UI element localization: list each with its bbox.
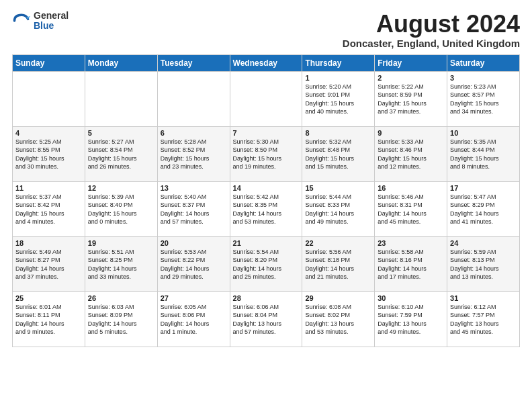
day-number: 8 — [305, 129, 371, 137]
calendar-cell: 27Sunrise: 6:05 AM Sunset: 8:06 PM Dayli… — [157, 291, 230, 347]
calendar-week-row: 4Sunrise: 5:25 AM Sunset: 8:55 PM Daylig… — [13, 126, 520, 181]
day-info: Sunrise: 6:06 AM Sunset: 8:04 PM Dayligh… — [233, 303, 300, 336]
day-number: 6 — [161, 129, 227, 137]
day-info: Sunrise: 5:35 AM Sunset: 8:44 PM Dayligh… — [450, 138, 517, 171]
header: General Blue August 2024 Doncaster, Engl… — [12, 11, 520, 49]
logo-general-label: General — [34, 11, 69, 21]
day-info: Sunrise: 5:30 AM Sunset: 8:50 PM Dayligh… — [233, 138, 300, 171]
day-info: Sunrise: 5:42 AM Sunset: 8:35 PM Dayligh… — [233, 193, 300, 226]
day-info: Sunrise: 5:49 AM Sunset: 8:27 PM Dayligh… — [15, 248, 82, 281]
day-number: 18 — [15, 239, 82, 247]
logo-icon — [12, 11, 31, 30]
day-number: 31 — [450, 294, 517, 302]
day-number: 4 — [15, 129, 82, 137]
day-info: Sunrise: 5:58 AM Sunset: 8:16 PM Dayligh… — [378, 248, 444, 281]
day-info: Sunrise: 5:23 AM Sunset: 8:57 PM Dayligh… — [450, 83, 517, 116]
column-header-saturday: Saturday — [447, 54, 520, 71]
day-number: 10 — [450, 129, 517, 137]
column-header-thursday: Thursday — [302, 54, 375, 71]
day-info: Sunrise: 6:12 AM Sunset: 7:57 PM Dayligh… — [450, 303, 517, 336]
day-info: Sunrise: 5:20 AM Sunset: 9:01 PM Dayligh… — [305, 83, 371, 116]
month-title: August 2024 — [343, 11, 520, 38]
calendar-cell: 3Sunrise: 5:23 AM Sunset: 8:57 PM Daylig… — [447, 71, 520, 126]
day-number: 14 — [233, 184, 300, 192]
day-number: 29 — [305, 294, 371, 302]
calendar-cell: 21Sunrise: 5:54 AM Sunset: 8:20 PM Dayli… — [230, 236, 302, 291]
day-number: 1 — [305, 74, 371, 82]
calendar-cell: 9Sunrise: 5:33 AM Sunset: 8:46 PM Daylig… — [375, 126, 447, 181]
day-info: Sunrise: 5:53 AM Sunset: 8:22 PM Dayligh… — [161, 248, 227, 281]
day-info: Sunrise: 5:56 AM Sunset: 8:18 PM Dayligh… — [305, 248, 371, 281]
day-info: Sunrise: 5:37 AM Sunset: 8:42 PM Dayligh… — [15, 193, 82, 226]
day-info: Sunrise: 5:32 AM Sunset: 8:48 PM Dayligh… — [305, 138, 371, 171]
day-number: 11 — [15, 184, 82, 192]
day-info: Sunrise: 5:51 AM Sunset: 8:25 PM Dayligh… — [88, 248, 154, 281]
calendar-cell: 31Sunrise: 6:12 AM Sunset: 7:57 PM Dayli… — [447, 291, 520, 347]
calendar-week-row: 11Sunrise: 5:37 AM Sunset: 8:42 PM Dayli… — [13, 181, 520, 236]
day-number: 9 — [378, 129, 444, 137]
calendar-cell: 6Sunrise: 5:28 AM Sunset: 8:52 PM Daylig… — [157, 126, 230, 181]
calendar-cell: 24Sunrise: 5:59 AM Sunset: 8:13 PM Dayli… — [447, 236, 520, 291]
day-number: 2 — [378, 74, 444, 82]
calendar-cell — [85, 71, 157, 126]
calendar-cell: 25Sunrise: 6:01 AM Sunset: 8:11 PM Dayli… — [13, 291, 85, 347]
calendar-header-row: SundayMondayTuesdayWednesdayThursdayFrid… — [13, 54, 520, 71]
day-info: Sunrise: 5:54 AM Sunset: 8:20 PM Dayligh… — [233, 248, 300, 281]
day-number: 28 — [233, 294, 300, 302]
calendar-week-row: 18Sunrise: 5:49 AM Sunset: 8:27 PM Dayli… — [13, 236, 520, 291]
day-number: 16 — [378, 184, 444, 192]
calendar-table: SundayMondayTuesdayWednesdayThursdayFrid… — [12, 54, 520, 347]
day-number: 30 — [378, 294, 444, 302]
logo: General Blue — [12, 11, 69, 32]
calendar-week-row: 1Sunrise: 5:20 AM Sunset: 9:01 PM Daylig… — [13, 71, 520, 126]
day-info: Sunrise: 5:33 AM Sunset: 8:46 PM Dayligh… — [378, 138, 444, 171]
day-number: 21 — [233, 239, 300, 247]
calendar-cell: 18Sunrise: 5:49 AM Sunset: 8:27 PM Dayli… — [13, 236, 85, 291]
day-number: 27 — [161, 294, 227, 302]
day-info: Sunrise: 5:59 AM Sunset: 8:13 PM Dayligh… — [450, 248, 517, 281]
day-number: 17 — [450, 184, 517, 192]
day-info: Sunrise: 6:08 AM Sunset: 8:02 PM Dayligh… — [305, 303, 371, 336]
calendar-cell: 29Sunrise: 6:08 AM Sunset: 8:02 PM Dayli… — [302, 291, 375, 347]
column-header-monday: Monday — [85, 54, 157, 71]
calendar-cell: 28Sunrise: 6:06 AM Sunset: 8:04 PM Dayli… — [230, 291, 302, 347]
calendar-cell — [157, 71, 230, 126]
day-number: 20 — [161, 239, 227, 247]
day-number: 26 — [88, 294, 154, 302]
day-number: 13 — [161, 184, 227, 192]
title-block: August 2024 Doncaster, England, United K… — [343, 11, 520, 49]
calendar-cell: 16Sunrise: 5:46 AM Sunset: 8:31 PM Dayli… — [375, 181, 447, 236]
calendar-week-row: 25Sunrise: 6:01 AM Sunset: 8:11 PM Dayli… — [13, 291, 520, 347]
day-number: 19 — [88, 239, 154, 247]
day-info: Sunrise: 5:22 AM Sunset: 8:59 PM Dayligh… — [378, 83, 444, 116]
logo-text: General Blue — [34, 11, 69, 32]
day-info: Sunrise: 5:28 AM Sunset: 8:52 PM Dayligh… — [161, 138, 227, 171]
calendar-cell: 23Sunrise: 5:58 AM Sunset: 8:16 PM Dayli… — [375, 236, 447, 291]
day-number: 25 — [15, 294, 82, 302]
column-header-sunday: Sunday — [13, 54, 85, 71]
day-info: Sunrise: 5:47 AM Sunset: 8:29 PM Dayligh… — [450, 193, 517, 226]
day-info: Sunrise: 5:27 AM Sunset: 8:54 PM Dayligh… — [88, 138, 154, 171]
column-header-wednesday: Wednesday — [230, 54, 302, 71]
calendar-cell — [230, 71, 302, 126]
day-info: Sunrise: 5:39 AM Sunset: 8:40 PM Dayligh… — [88, 193, 154, 226]
calendar-cell: 1Sunrise: 5:20 AM Sunset: 9:01 PM Daylig… — [302, 71, 375, 126]
calendar-cell: 4Sunrise: 5:25 AM Sunset: 8:55 PM Daylig… — [13, 126, 85, 181]
calendar-cell: 20Sunrise: 5:53 AM Sunset: 8:22 PM Dayli… — [157, 236, 230, 291]
day-info: Sunrise: 5:25 AM Sunset: 8:55 PM Dayligh… — [15, 138, 82, 171]
day-number: 5 — [88, 129, 154, 137]
location-title: Doncaster, England, United Kingdom — [343, 38, 520, 49]
calendar-cell: 8Sunrise: 5:32 AM Sunset: 8:48 PM Daylig… — [302, 126, 375, 181]
calendar-cell: 11Sunrise: 5:37 AM Sunset: 8:42 PM Dayli… — [13, 181, 85, 236]
column-header-tuesday: Tuesday — [157, 54, 230, 71]
day-number: 7 — [233, 129, 300, 137]
calendar-cell: 15Sunrise: 5:44 AM Sunset: 8:33 PM Dayli… — [302, 181, 375, 236]
calendar-cell: 26Sunrise: 6:03 AM Sunset: 8:09 PM Dayli… — [85, 291, 157, 347]
calendar-cell: 30Sunrise: 6:10 AM Sunset: 7:59 PM Dayli… — [375, 291, 447, 347]
day-number: 12 — [88, 184, 154, 192]
calendar-cell: 7Sunrise: 5:30 AM Sunset: 8:50 PM Daylig… — [230, 126, 302, 181]
day-info: Sunrise: 5:40 AM Sunset: 8:37 PM Dayligh… — [161, 193, 227, 226]
calendar-cell: 13Sunrise: 5:40 AM Sunset: 8:37 PM Dayli… — [157, 181, 230, 236]
calendar-cell — [13, 71, 85, 126]
day-info: Sunrise: 6:05 AM Sunset: 8:06 PM Dayligh… — [161, 303, 227, 336]
